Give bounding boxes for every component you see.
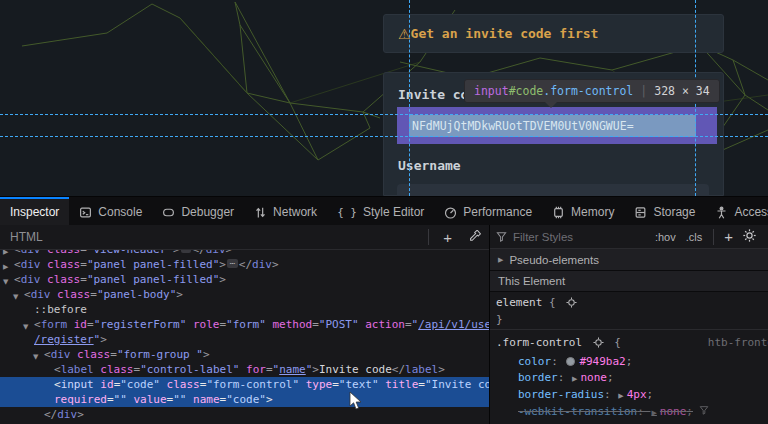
element-selector[interactable]: element bbox=[496, 296, 542, 309]
markup-token-atv: "" bbox=[173, 393, 186, 406]
page-viewport: ⚠Get an invite code first Invite code Us… bbox=[0, 0, 768, 196]
markup-token-tag: input bbox=[61, 378, 94, 391]
add-rule-button[interactable]: + bbox=[720, 229, 737, 244]
expand-down-twisty[interactable]: ▼ bbox=[23, 320, 28, 335]
markup-token-atn: class bbox=[71, 348, 111, 361]
accessibility-icon bbox=[715, 206, 728, 219]
highlight-selector-target-icon[interactable] bbox=[593, 335, 604, 354]
tab-style-editor[interactable]: { }Style Editor bbox=[327, 197, 434, 225]
markup-token-atn: required bbox=[54, 393, 107, 406]
color-swatch[interactable] bbox=[566, 357, 575, 366]
this-element-label: This Element bbox=[498, 275, 565, 287]
expand-value-twisty[interactable]: ▶ bbox=[572, 375, 577, 383]
tab-label: Console bbox=[98, 205, 142, 219]
show-all-nodes-badge[interactable]: ⋯ bbox=[181, 250, 192, 253]
markup-token-pun: > bbox=[312, 363, 319, 376]
css-property-color[interactable]: color: #949ba2; bbox=[496, 354, 768, 370]
markup-token-tag: div bbox=[252, 258, 272, 271]
markup-token-pun: > bbox=[272, 258, 279, 271]
highlighter-guide-top bbox=[0, 114, 768, 115]
markup-token-lnk[interactable]: /api/v1/user bbox=[418, 318, 489, 331]
tab-debugger[interactable]: Debugger bbox=[152, 197, 244, 225]
html-search-label[interactable]: HTML bbox=[0, 230, 43, 244]
infobar-class: .form-control bbox=[543, 84, 633, 98]
markup-token-txt: Invite code bbox=[319, 363, 392, 376]
markup-row[interactable]: ▶<div class="panel panel-filled">⋯</div> bbox=[0, 257, 489, 272]
markup-token-lnk[interactable]: /register bbox=[34, 333, 94, 346]
tab-memory[interactable]: Memory bbox=[542, 197, 624, 225]
markup-row[interactable]: ▼<div class="form-group "> bbox=[0, 347, 489, 362]
markup-row[interactable]: ▼<div class="panel panel-filled"> bbox=[0, 272, 489, 287]
add-node-button[interactable]: + bbox=[435, 230, 460, 245]
tab-performance[interactable]: Performance bbox=[434, 197, 542, 225]
expand-value-twisty[interactable]: ▶ bbox=[618, 392, 623, 400]
property-name: -webkit-transition bbox=[518, 405, 637, 418]
markup-token-tag: div bbox=[57, 408, 77, 421]
markup-token-atn: action bbox=[359, 318, 405, 331]
username-input[interactable] bbox=[397, 184, 709, 196]
property-name: border-radius bbox=[518, 388, 604, 401]
markup-token-atv: "panel panel-filled" bbox=[87, 258, 219, 271]
markup-tree: ▶<div class="view-header">⋯</div>▶<div c… bbox=[0, 250, 489, 424]
tab-accessibility[interactable]: Accessibility bbox=[705, 197, 768, 225]
markup-token-pun: </ bbox=[392, 363, 405, 376]
tab-storage[interactable]: Storage bbox=[624, 197, 705, 225]
markup-token-pun: = bbox=[405, 318, 412, 331]
markup-token-pun: </ bbox=[239, 258, 252, 271]
markup-row-selected[interactable]: <input id="code" class="form-control" ty… bbox=[0, 377, 489, 407]
markup-token-atv: "code" bbox=[226, 393, 266, 406]
css-property-border-radius[interactable]: border-radius: ▶4px; bbox=[496, 387, 768, 404]
form-control-selector[interactable]: .form-control bbox=[496, 336, 582, 349]
markup-row[interactable]: ▶<div class="view-header">⋯</div> bbox=[0, 250, 489, 257]
alert-panel: ⚠Get an invite code first bbox=[383, 14, 724, 53]
invite-code-input[interactable]: NFdMUjQtMDkwRUotTDVEM0UtV0NGWUE= bbox=[409, 115, 696, 137]
markup-token-pun: = bbox=[90, 288, 97, 301]
markup-token-tag: div bbox=[21, 273, 41, 286]
filter-styles-input[interactable]: Filter Styles bbox=[513, 231, 650, 243]
property-value: 4px bbox=[627, 388, 647, 401]
markup-token-atn: role bbox=[186, 318, 219, 331]
debugger-icon bbox=[162, 206, 175, 219]
network-icon bbox=[254, 206, 267, 219]
markup-row[interactable]: ▼<form id="registerForm" role="form" met… bbox=[0, 317, 489, 347]
show-all-nodes-badge[interactable]: ⋯ bbox=[227, 259, 238, 268]
color-scheme-sun-icon[interactable] bbox=[737, 228, 762, 246]
tab-label: Inspector bbox=[10, 205, 59, 219]
storage-icon bbox=[634, 206, 647, 219]
markup-token-atv: "view-header" bbox=[87, 250, 173, 256]
eyedropper-icon[interactable] bbox=[460, 230, 489, 245]
pseudo-elements-header[interactable]: ▶ Pseudo-elements bbox=[490, 249, 768, 271]
tab-network[interactable]: Network bbox=[244, 197, 327, 225]
rule-source-link[interactable]: htb-fronte bbox=[708, 333, 768, 352]
markup-token-pun: > bbox=[100, 333, 107, 346]
filterbar-divider bbox=[713, 229, 714, 245]
infobar-dimensions: 328 × 34 bbox=[654, 84, 709, 98]
markup-token-pun: = bbox=[110, 348, 117, 361]
markup-token-pun: > bbox=[266, 393, 273, 406]
rules-list: element { } htb-fronte .form-control bbox=[490, 292, 768, 424]
css-property--webkit-transition[interactable]: -webkit-transition: ▶none; bbox=[496, 404, 768, 421]
highlight-selector-target-icon[interactable] bbox=[566, 297, 577, 312]
css-property-border[interactable]: border: ▶none; bbox=[496, 370, 768, 387]
markup-token-atv: "panel panel-filled" bbox=[87, 273, 219, 286]
property-value: none bbox=[660, 405, 687, 418]
toggle-pseudo-classes-button[interactable]: :hov bbox=[650, 231, 681, 243]
markup-row[interactable]: </div> bbox=[0, 407, 489, 422]
markup-token-atv: "text" bbox=[339, 378, 379, 391]
chevron-right-icon: ▶ bbox=[498, 256, 503, 264]
markup-row[interactable]: ::before bbox=[0, 302, 489, 317]
tab-console[interactable]: Console bbox=[69, 197, 152, 225]
expand-value-twisty[interactable]: ▶ bbox=[651, 409, 656, 417]
markup-row[interactable]: <label class="control-label" for="name">… bbox=[0, 362, 489, 377]
markup-token-atn: id bbox=[94, 378, 114, 391]
markup-row[interactable]: ▼<div class="panel-body"> bbox=[0, 287, 489, 302]
markup-token-atv: "form-group " bbox=[117, 348, 203, 361]
property-value: #949ba2 bbox=[579, 355, 625, 368]
markup-token-atn: class bbox=[94, 363, 134, 376]
markup-token-lnk[interactable]: name bbox=[279, 363, 306, 376]
toggle-classes-button[interactable]: .cls bbox=[681, 231, 708, 243]
tab-label: Accessibility bbox=[734, 205, 768, 219]
markup-token-pun: < bbox=[14, 250, 21, 256]
tab-inspector[interactable]: Inspector bbox=[0, 197, 69, 225]
markup-token-pun: = bbox=[80, 250, 87, 256]
